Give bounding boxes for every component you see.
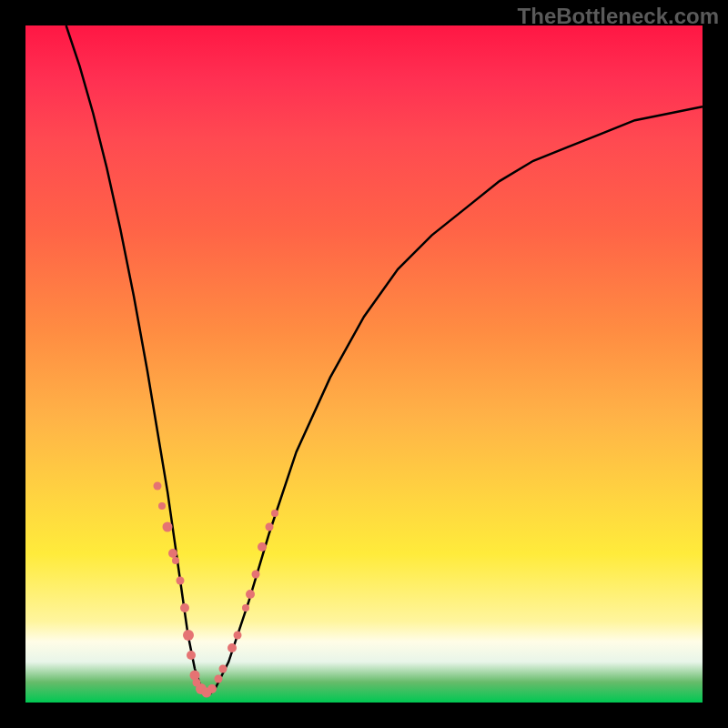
data-marker — [246, 590, 255, 599]
data-marker — [251, 570, 259, 578]
data-marker — [187, 651, 196, 660]
curve-canvas — [25, 25, 703, 703]
data-marker — [176, 577, 184, 585]
chart-plot-area — [25, 25, 703, 703]
data-marker — [172, 557, 179, 564]
data-marker — [219, 664, 228, 672]
data-marker — [180, 603, 189, 612]
data-marker — [228, 643, 237, 652]
data-marker — [207, 684, 217, 693]
data-marker — [242, 604, 249, 612]
watermark-text: TheBottleneck.com — [518, 4, 719, 29]
data-marker — [163, 521, 173, 531]
data-marker — [183, 630, 194, 641]
data-marker — [258, 542, 267, 551]
data-marker — [271, 510, 278, 517]
chart-frame: TheBottleneck.com — [0, 0, 728, 728]
data-marker — [265, 522, 273, 531]
data-marker — [233, 631, 241, 639]
data-marker — [215, 674, 223, 682]
data-marker — [158, 502, 166, 510]
data-marker — [154, 481, 162, 490]
